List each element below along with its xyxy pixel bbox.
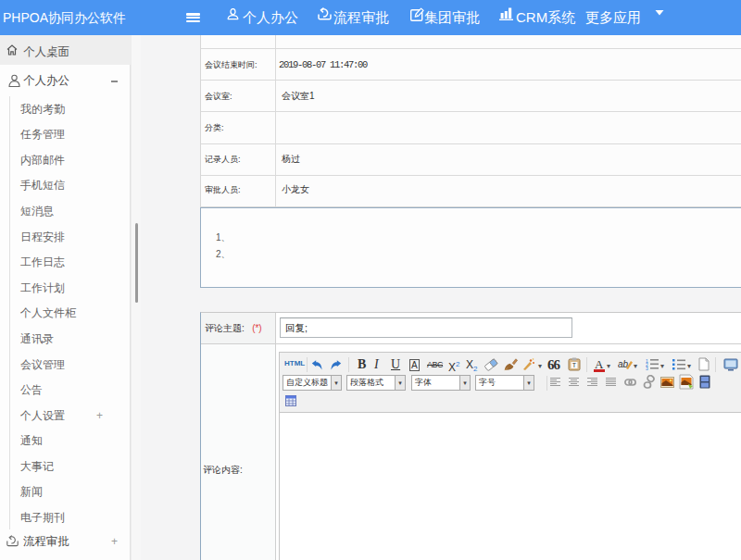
svg-text:T: T — [572, 362, 577, 368]
svg-text:3: 3 — [646, 366, 648, 370]
